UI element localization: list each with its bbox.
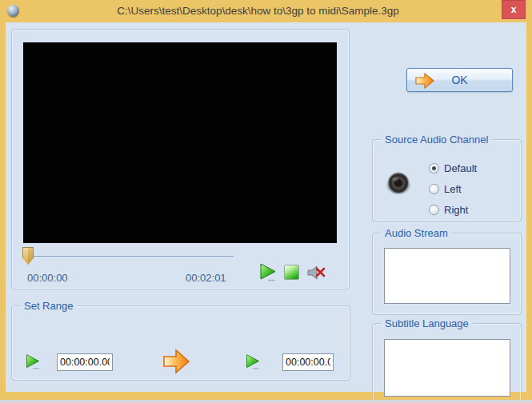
preview-end-play-icon[interactable] — [245, 353, 261, 369]
radio-button[interactable] — [429, 184, 439, 194]
video-display — [23, 42, 337, 243]
speaker-icon — [386, 172, 411, 196]
end-time-input[interactable] — [282, 353, 334, 371]
radio-option-right[interactable]: Right — [429, 204, 468, 215]
mute-speaker-icon — [306, 263, 326, 282]
mute-button[interactable] — [306, 263, 326, 282]
close-button[interactable]: x — [502, 0, 526, 19]
play-icon — [258, 262, 278, 281]
start-time-input[interactable] — [57, 353, 113, 371]
radio-option-default[interactable]: Default — [429, 162, 477, 174]
subtitle-language-group: Subtitle Language — [372, 323, 522, 403]
seek-slider-track[interactable] — [29, 256, 234, 257]
set-range-title: Set Range — [20, 299, 77, 313]
radio-option-left[interactable]: Left — [429, 183, 462, 194]
orange-arrow-icon — [414, 72, 435, 90]
window-bottom-edge — [0, 400, 532, 403]
preview-start-play-icon[interactable] — [25, 353, 41, 369]
subtitle-language-listbox[interactable] — [384, 339, 510, 397]
total-time-label: 00:02:01 — [186, 272, 226, 284]
radio-button[interactable] — [429, 205, 439, 215]
audio-stream-group: Audio Stream — [372, 233, 522, 315]
ok-button[interactable]: OK — [406, 68, 513, 92]
dialog-window: C:\Users\test\Desktop\desk\how to\3gp to… — [0, 0, 532, 403]
dialog-content: 00:00:00 00:02:01 — [6, 22, 526, 392]
subtitle-language-title: Subtitle Language — [381, 317, 473, 330]
title-bar[interactable]: C:\Users\test\Desktop\desk\how to\3gp to… — [0, 0, 532, 22]
radio-label: Left — [444, 183, 462, 195]
source-audio-channel-title: Source Audio Channel — [381, 133, 492, 146]
play-button[interactable] — [258, 262, 278, 281]
video-player-panel: 00:00:00 00:02:01 — [11, 29, 350, 289]
set-range-group: Set Range Start Time End Time — [11, 305, 350, 381]
app-icon — [7, 5, 19, 17]
radio-label: Default — [444, 162, 477, 174]
audio-stream-title: Audio Stream — [381, 226, 452, 240]
seek-slider-thumb[interactable] — [22, 247, 34, 265]
current-time-label: 00:00:00 — [27, 272, 68, 284]
orange-arrow-icon — [161, 346, 191, 377]
stop-button[interactable] — [284, 265, 299, 280]
window-title: C:\Users\test\Desktop\desk\how to\3gp to… — [32, 0, 484, 22]
audio-stream-listbox[interactable] — [384, 248, 510, 304]
radio-button[interactable] — [429, 163, 439, 174]
radio-label: Right — [444, 204, 468, 216]
close-icon: x — [511, 4, 517, 15]
ok-button-label: OK — [451, 74, 467, 86]
source-audio-channel-group: Source Audio Channel Default Left Right — [372, 139, 522, 221]
